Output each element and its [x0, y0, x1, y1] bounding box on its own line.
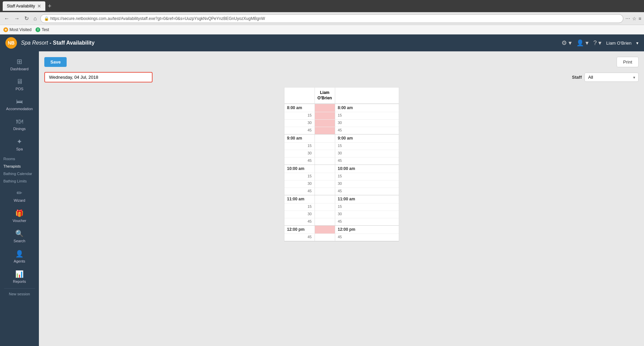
app-container: NB Spa Resort - Staff Availability ⚙ ▾ 👤… [0, 34, 644, 346]
bookmark-icon[interactable]: ☆ [632, 16, 637, 21]
slot-10am-30[interactable] [315, 180, 335, 188]
min-15-right: 15 [335, 112, 366, 119]
sidebar-item-dashboard[interactable]: ⊞ Dashboard [0, 54, 39, 74]
schedule-row-10am-30[interactable]: 30 30 [284, 180, 399, 188]
bookmark-test[interactable]: T Test [36, 27, 49, 32]
sidebar-item-accommodation[interactable]: 🛏 Accommodation [0, 94, 39, 114]
app-logo: NB [5, 37, 17, 49]
sidebar-item-dinings[interactable]: 🍽 Dinings [0, 114, 39, 134]
sidebar-item-wizard[interactable]: ✏ Wizard [0, 186, 39, 206]
sidebar-item-voucher[interactable]: 🎁 Voucher [0, 206, 39, 226]
spa-icon: ✦ [17, 138, 22, 146]
schedule-row-9am-45[interactable]: 45 45 [284, 157, 399, 165]
slot-9am-center[interactable] [315, 134, 335, 142]
spa-sub-therapists[interactable]: Therapists [0, 163, 39, 170]
slot-9am-45[interactable] [315, 157, 335, 165]
schedule-row-8am-hour[interactable]: 8:00 am 8:00 am [284, 104, 399, 112]
time-9am-right: 9:00 am [335, 134, 366, 142]
schedule-row-9am-hour[interactable]: 9:00 am 9:00 am [284, 134, 399, 143]
print-button[interactable]: Print [617, 57, 639, 67]
forward-button[interactable]: → [13, 14, 21, 23]
user-icon[interactable]: 👤 ▾ [576, 39, 589, 47]
sidebar: ⊞ Dashboard 🖥 POS 🛏 Accommodation 🍽 Dini… [0, 51, 39, 346]
sidebar-label-accommodation: Accommodation [6, 107, 33, 111]
back-button[interactable]: ← [3, 14, 11, 23]
min-30-left: 30 [284, 120, 315, 127]
home-button[interactable]: ⌂ [32, 14, 38, 23]
app-title: Spa Resort - Staff Availability [21, 40, 557, 46]
sidebar-divider [4, 288, 35, 289]
tab-close-button[interactable]: ✕ [37, 3, 41, 9]
hour-block-9am: 9:00 am 9:00 am 15 15 30 30 [284, 134, 399, 165]
browser-nav: ← → ↻ ⌂ 🔒 https://secure.netbookings.com… [0, 12, 644, 25]
schedule-row-8am-30[interactable]: 30 30 [284, 120, 399, 127]
slot-8am-30-center[interactable] [315, 120, 335, 127]
sidebar-item-search[interactable]: 🔍 Search [0, 226, 39, 246]
slot-10am-45[interactable] [315, 188, 335, 195]
time-10am-left: 10:00 am [284, 165, 315, 173]
user-name[interactable]: Liam O'Brien [606, 41, 631, 46]
slot-11am-center[interactable] [315, 195, 335, 203]
schedule-row-8am-15[interactable]: 15 15 [284, 112, 399, 120]
date-input[interactable] [44, 72, 153, 82]
schedule-row-8am-45[interactable]: 45 45 [284, 127, 399, 134]
browser-tab[interactable]: Staff Availability ✕ [3, 1, 45, 11]
schedule-row-11am-hour[interactable]: 11:00 am 11:00 am [284, 195, 399, 203]
schedule-row-9am-15[interactable]: 15 15 [284, 143, 399, 150]
slot-8am-45-center[interactable] [315, 127, 335, 134]
schedule-row-10am-45[interactable]: 45 45 [284, 188, 399, 195]
slot-12pm-center[interactable] [315, 226, 335, 233]
sidebar-item-pos[interactable]: 🖥 POS [0, 74, 39, 94]
save-button[interactable]: Save [44, 57, 67, 67]
app-name: Spa Resort [21, 40, 48, 46]
schedule-row-10am-hour[interactable]: 10:00 am 10:00 am [284, 165, 399, 173]
slot-8am-center[interactable] [315, 104, 335, 112]
schedule-row-11am-30[interactable]: 30 30 [284, 211, 399, 218]
min-10am-30-l: 30 [284, 180, 315, 188]
schedule-row-12pm-hour[interactable]: 12:00 pm 12:00 pm [284, 226, 399, 234]
schedule-row-12pm-45[interactable]: 45 45 [284, 234, 399, 241]
slot-8am-15-center[interactable] [315, 112, 335, 119]
wizard-icon: ✏ [17, 189, 22, 197]
new-tab-button[interactable]: + [48, 3, 52, 10]
slot-9am-30[interactable] [315, 150, 335, 157]
refresh-button[interactable]: ↻ [23, 14, 30, 23]
sidebar-item-spa[interactable]: ✦ Spa [0, 134, 39, 154]
staff-controls: Staff All [572, 73, 639, 82]
slot-11am-45[interactable] [315, 218, 335, 225]
sidebar-item-reports[interactable]: 📊 Reports [0, 267, 39, 287]
slot-11am-15[interactable] [315, 203, 335, 211]
staff-select-wrapper: All [584, 73, 639, 82]
schedule-row-10am-15[interactable]: 15 15 [284, 173, 399, 180]
slot-11am-30[interactable] [315, 211, 335, 218]
sidebar-item-new-session[interactable]: New session [5, 290, 33, 298]
slot-10am-center[interactable] [315, 165, 335, 173]
schedule-header: LiamO'Brien [284, 88, 399, 104]
spa-sub-bathing-calendar[interactable]: Bathing Calendar [0, 170, 39, 177]
staff-select[interactable]: All [584, 73, 639, 82]
menu-icon[interactable]: ≡ [639, 16, 641, 21]
help-icon[interactable]: ? ▾ [593, 39, 601, 47]
min-9am-15-left: 15 [284, 143, 315, 150]
main-layout: ⊞ Dashboard 🖥 POS 🛏 Accommodation 🍽 Dini… [0, 51, 644, 346]
time-10am-right: 10:00 am [335, 165, 366, 173]
slot-10am-15[interactable] [315, 173, 335, 180]
time-11am-right: 11:00 am [335, 195, 366, 203]
spa-sub-bathing-limits[interactable]: Bathing Limits [0, 177, 39, 185]
slot-9am-15[interactable] [315, 143, 335, 150]
browser-chrome: Staff Availability ✕ + [0, 0, 644, 12]
settings-icon[interactable]: ⚙ ▾ [561, 39, 572, 47]
hour-block-8am: 8:00 am 8:00 am 15 15 30 30 [284, 104, 399, 134]
url-bar[interactable]: 🔒 https://secure.netbookings.com.au/test… [40, 14, 623, 23]
spa-sub-rooms[interactable]: Rooms [0, 155, 39, 163]
schedule-row-11am-45[interactable]: 45 45 [284, 218, 399, 226]
schedule-row-11am-15[interactable]: 15 15 [284, 203, 399, 211]
slot-12pm-45[interactable] [315, 234, 335, 241]
min-10am-15-l: 15 [284, 173, 315, 180]
schedule-row-9am-30[interactable]: 30 30 [284, 150, 399, 157]
sidebar-item-agents[interactable]: 👤 Agents [0, 246, 39, 267]
extensions-icon[interactable]: ⋯ [625, 16, 630, 21]
time-12pm-left: 12:00 pm [284, 226, 315, 233]
bookmark-most-visited[interactable]: ★ Most Visited [3, 27, 31, 32]
app-header: NB Spa Resort - Staff Availability ⚙ ▾ 👤… [0, 34, 644, 51]
